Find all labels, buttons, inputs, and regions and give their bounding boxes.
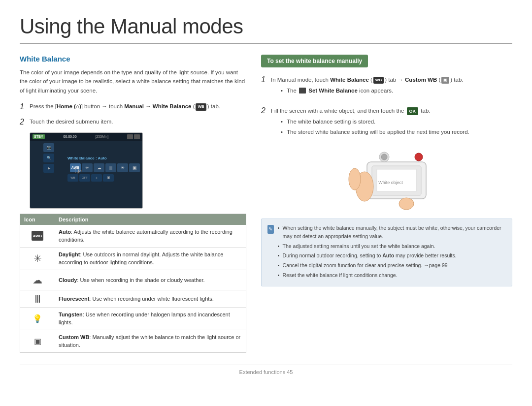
tr-desc-tungsten: Tungsten: Use when recording under halog…	[55, 308, 246, 330]
svg-point-8	[415, 153, 423, 161]
cam-stby: STBY	[33, 134, 45, 139]
cam-top-bar: STBY 00:00:00 [253Min]	[30, 133, 142, 141]
svg-point-7	[381, 154, 387, 160]
step-1-text: Press the [Home (⌂)] button → touch Manu…	[30, 102, 220, 111]
note-icon: ✎	[267, 225, 274, 234]
tr-desc-custom: Custom WB: Manually adjust the white bal…	[55, 330, 246, 352]
cam-wb-sun2: ☀	[117, 163, 128, 172]
left-column: White Balance The color of your image de…	[20, 55, 246, 353]
right-column: To set the white balance manually 1 In M…	[261, 55, 512, 353]
step2-bullet2: The stored white balance setting will be…	[281, 127, 469, 136]
camera-illustration-container: White object	[261, 147, 512, 213]
page-footer: Extended functions 45	[20, 365, 512, 375]
set-wb-icon	[299, 88, 306, 94]
note-item-5: Reset the white balance if light conditi…	[278, 271, 506, 280]
cam-time: 00:00:00	[63, 135, 76, 138]
camera-screen: STBY 00:00:00 [253Min] 📷 🔍 ▶ White Balan…	[30, 132, 143, 209]
wb-icon-auto: AWB	[32, 231, 43, 241]
note-item-4: Cancel the digital zoom function for cle…	[278, 261, 506, 270]
tr-icon-fluor: |||	[20, 290, 55, 307]
right-step-2-num: 2	[261, 106, 268, 115]
page-title: Using the Manual modes	[20, 15, 512, 44]
step-1: 1 Press the [Home (⌂)] button → touch Ma…	[20, 102, 246, 112]
tr-icon-daylight: ✳	[20, 249, 55, 268]
camera-illustration: White object	[337, 147, 436, 211]
wb-icon-right: WB	[373, 77, 384, 84]
daylight-icon: ✳	[33, 252, 42, 264]
cam-left-icon3: ▶	[43, 164, 54, 173]
table-row: 💡 Tungsten: Use when recording under hal…	[20, 308, 246, 330]
custom-wb-icon-right: ▣	[441, 77, 449, 84]
tungsten-icon: 💡	[33, 314, 42, 323]
right-section-header: To set the white balance manually	[261, 55, 368, 67]
tr-desc-fluor: Fluorescent: Use when recording under wh…	[55, 292, 246, 306]
cam-rec-icon	[127, 134, 133, 139]
right-step-1-text: In Manual mode, touch White Balance (WB)…	[271, 75, 463, 100]
cam-left-icons: 📷 🔍 ▶	[30, 141, 67, 183]
intro-text: The color of your image depends on the t…	[20, 68, 246, 95]
note-box: ✎ When setting the white balance manuall…	[261, 219, 512, 286]
table-header: Icon Description	[20, 214, 246, 225]
step-2: 2 Touch the desired submenu item.	[20, 117, 246, 127]
cam-left-icon2: 🔍	[43, 154, 54, 162]
table-row: AWB Auto: Adjusts the white balance auto…	[20, 225, 246, 248]
svg-point-4	[349, 168, 361, 190]
cam-wb-custom: ▣	[129, 163, 140, 172]
step1-bullets: The Set White Balance icon appears.	[281, 86, 463, 95]
custom-wb-icon: ▣	[34, 337, 41, 346]
cam-bot3: ±	[91, 174, 102, 182]
cam-mode-icon	[134, 134, 140, 139]
tr-desc-cloudy: Cloudy: Use when recording in the shade …	[55, 273, 246, 287]
step-2-text: Touch the desired submenu item.	[30, 117, 113, 126]
cam-wb-fluor: |||	[105, 163, 116, 172]
tr-desc-daylight: Daylight: Use outdoors in normal dayligh…	[55, 248, 246, 270]
note-item-2: The adjusted setting remains until you s…	[278, 242, 506, 250]
table-row: ☁ Cloudy: Use when recording in the shad…	[20, 270, 246, 290]
ok-button-ref: OK	[407, 107, 419, 115]
step2-bullet1: The white balance setting is stored.	[281, 117, 469, 126]
cam-bot4: ▣	[103, 174, 114, 182]
cam-min: [253Min]	[95, 135, 108, 138]
table-row: ||| Fluorescent: Use when recording unde…	[20, 290, 246, 308]
step-1-num: 1	[20, 102, 27, 112]
svg-text:White object: White object	[378, 180, 403, 185]
tr-icon-tungsten: 💡	[20, 310, 55, 327]
cam-left-icon1: 📷	[43, 143, 54, 152]
cam-icons-top	[127, 134, 140, 139]
cam-wb-label: White Balance : Auto	[67, 156, 142, 160]
right-step-1: 1 In Manual mode, touch White Balance (W…	[261, 75, 512, 100]
right-step-2: 2 Fill the screen with a white object, a…	[261, 106, 512, 141]
note-box-inner: ✎ When setting the white balance manuall…	[267, 224, 506, 281]
tr-icon-custom: ▣	[20, 333, 55, 350]
fluorescent-icon: |||	[35, 294, 40, 303]
icon-table: Icon Description AWB Auto: Adjusts the w…	[20, 214, 246, 353]
tr-icon-auto: AWB	[20, 227, 55, 245]
tr-icon-cloudy: ☁	[20, 270, 55, 290]
tr-desc-auto: Auto: Adjusts the white balance automati…	[55, 225, 246, 247]
right-step-2-text: Fill the screen with a white object, and…	[271, 106, 469, 141]
note-list: When setting the white balance manually,…	[278, 224, 506, 280]
note-content: When setting the white balance manually,…	[278, 224, 506, 281]
step-2-num: 2	[20, 117, 27, 127]
section-heading: White Balance	[20, 55, 246, 63]
cam-wb-cloud: ☁	[94, 163, 104, 172]
step1-bullet1: The Set White Balance icon appears.	[281, 86, 463, 95]
step2-bullets: The white balance setting is stored. The…	[281, 117, 469, 136]
table-row: ✳ Daylight: Use outdoors in normal dayli…	[20, 248, 246, 270]
table-col-desc: Description	[55, 214, 246, 225]
svg-point-5	[399, 198, 414, 210]
table-col-icon: Icon	[20, 214, 55, 225]
right-step-1-num: 1	[261, 75, 268, 84]
table-row: ▣ Custom WB: Manually adjust the white b…	[20, 330, 246, 352]
cloudy-icon: ☁	[33, 274, 42, 286]
note-item-3: During normal outdoor recording, setting…	[278, 251, 506, 260]
wb-icon-inline: WB	[196, 103, 206, 111]
note-item-1: When setting the white balance manually,…	[278, 224, 506, 241]
